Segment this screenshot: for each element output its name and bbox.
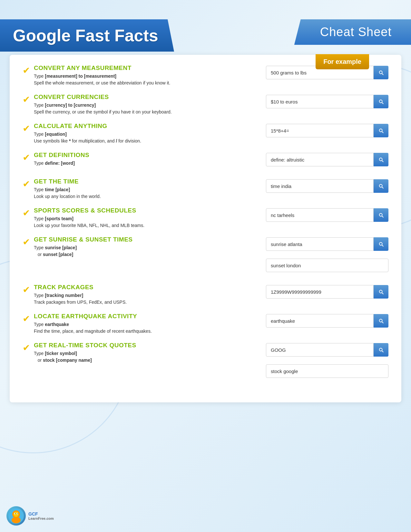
svg-point-5 (15, 513, 15, 514)
checkmark-stocks: ✔ (23, 342, 30, 353)
search-input-sunrise-sunset-0[interactable] (266, 237, 374, 251)
svg-point-2 (14, 512, 19, 517)
fact-content-sunrise-sunset: GET SUNRISE & SUNSET TIMESType sunrise [… (34, 236, 132, 258)
search-example-definitions-0 (266, 153, 388, 166)
fact-desc-earthquake: Type earthquakeFind the time, place, and… (34, 321, 152, 335)
fact-left-sports: ✔SPORTS SCORES & SCHEDULESType [sports t… (23, 207, 266, 229)
search-input-calculate-0[interactable] (266, 124, 374, 137)
search-example-stocks-1 (266, 364, 388, 378)
search-example-calculate-0 (266, 124, 388, 137)
fact-title-calculate: CALCULATE ANYTHING (34, 123, 141, 130)
fact-row-earthquake: ✔LOCATE EARTHQUAKE ACTIVITYType earthqua… (23, 313, 388, 335)
search-icon (378, 347, 384, 353)
search-input-definitions-0[interactable] (266, 153, 374, 166)
search-button-sunrise-sunset-0[interactable] (374, 237, 388, 251)
search-example-earthquake-0 (266, 314, 388, 328)
search-button-convert-currencies-0[interactable] (374, 95, 388, 108)
search-icon (378, 241, 384, 247)
fact-content-convert-measurement: CONVERT ANY MEASUREMENTType [measurement… (34, 64, 170, 86)
search-input-sports-0[interactable] (266, 208, 374, 222)
search-example-packages-0 (266, 285, 388, 299)
fact-desc-convert-currencies: Type [currency] to [currency]Spell the c… (34, 102, 172, 115)
fact-title-sports: SPORTS SCORES & SCHEDULES (34, 207, 144, 214)
search-button-definitions-0[interactable] (374, 153, 388, 166)
fact-row-sunrise-sunset: ✔GET SUNRISE & SUNSET TIMESType sunrise … (23, 236, 388, 277)
search-button-convert-measurement-0[interactable] (374, 66, 388, 79)
fact-desc-packages: Type [tracking number]Track packages fro… (34, 292, 127, 306)
cheat-sheet-label: Cheat Sheet (320, 25, 392, 39)
search-icon (378, 183, 384, 189)
checkmark-sports: ✔ (23, 208, 30, 218)
search-button-stocks-0[interactable] (374, 343, 388, 357)
gcf-logo-circle (6, 506, 26, 526)
fact-desc-time: Type time [place]Look up any location in… (34, 186, 101, 200)
title-bar: Google Fast Facts (0, 19, 187, 52)
fact-desc-stocks: Type [ticker symbol] or stock [company n… (34, 350, 136, 364)
fact-row-convert-currencies: ✔CONVERT CURRENCIESType [currency] to [c… (23, 94, 388, 115)
search-button-packages-0[interactable] (374, 285, 388, 299)
fact-content-stocks: GET REAL-TIME STOCK QUOTESType [ticker s… (34, 342, 136, 364)
search-icon (378, 318, 384, 324)
search-icon (378, 70, 384, 75)
search-icon (378, 289, 384, 295)
fact-desc-definitions: Type define: [word] (34, 160, 89, 167)
fact-left-sunrise-sunset: ✔GET SUNRISE & SUNSET TIMESType sunrise … (23, 236, 266, 258)
facts-container: ✔CONVERT ANY MEASUREMENTType [measuremen… (23, 64, 388, 382)
search-input-only-stocks-1[interactable] (266, 364, 388, 378)
search-input-time-0[interactable] (266, 179, 374, 193)
fact-examples-stocks (266, 342, 388, 382)
search-example-time-0 (266, 179, 388, 193)
search-button-calculate-0[interactable] (374, 124, 388, 137)
gcf-logo-text: GCF LearnFree.com (28, 511, 54, 520)
fact-content-earthquake: LOCATE EARTHQUAKE ACTIVITYType earthquak… (34, 313, 152, 335)
fact-left-packages: ✔TRACK PACKAGESType [tracking number]Tra… (23, 284, 266, 306)
search-input-only-sunrise-sunset-1[interactable] (266, 259, 388, 272)
checkmark-convert-measurement: ✔ (23, 65, 30, 76)
search-button-sports-0[interactable] (374, 208, 388, 222)
fact-title-packages: TRACK PACKAGES (34, 284, 127, 291)
checkmark-sunrise-sunset: ✔ (23, 237, 30, 247)
search-button-earthquake-0[interactable] (374, 314, 388, 328)
search-icon (378, 212, 384, 218)
fact-left-calculate: ✔CALCULATE ANYTHINGType [equation]Use sy… (23, 123, 266, 144)
search-icon (378, 157, 384, 163)
fact-examples-earthquake (266, 313, 388, 332)
search-button-time-0[interactable] (374, 179, 388, 193)
fact-desc-sports: Type [sports team]Look up your favorite … (34, 215, 144, 229)
search-example-sports-0 (266, 208, 388, 222)
fact-desc-calculate: Type [equation]Use symbols like * for mu… (34, 131, 141, 144)
fact-content-sports: SPORTS SCORES & SCHEDULESType [sports te… (34, 207, 144, 229)
fact-desc-sunrise-sunset: Type sunrise [place] or sunset [place] (34, 244, 132, 258)
search-input-convert-currencies-0[interactable] (266, 95, 374, 108)
search-input-packages-0[interactable] (266, 285, 374, 299)
search-icon (378, 128, 384, 133)
fact-content-convert-currencies: CONVERT CURRENCIESType [currency] to [cu… (34, 94, 172, 115)
fact-examples-sports (266, 207, 388, 226)
cheat-sheet-banner: Cheat Sheet (294, 19, 411, 45)
main-card: For example ✔CONVERT ANY MEASUREMENTType… (10, 55, 401, 402)
fact-title-convert-measurement: CONVERT ANY MEASUREMENT (34, 64, 170, 72)
checkmark-calculate: ✔ (23, 123, 30, 134)
fact-left-definitions: ✔GET DEFINITIONSType define: [word] (23, 152, 266, 167)
fact-left-convert-measurement: ✔CONVERT ANY MEASUREMENTType [measuremen… (23, 64, 266, 86)
fact-row-sports: ✔SPORTS SCORES & SCHEDULESType [sports t… (23, 207, 388, 229)
search-input-earthquake-0[interactable] (266, 314, 374, 328)
fact-title-stocks: GET REAL-TIME STOCK QUOTES (34, 342, 136, 349)
fact-desc-convert-measurement: Type [measurement] to [measurement]Spell… (34, 73, 170, 86)
fact-examples-packages (266, 284, 388, 303)
fact-title-sunrise-sunset: GET SUNRISE & SUNSET TIMES (34, 236, 132, 243)
svg-point-6 (17, 513, 18, 514)
search-example-stocks-0 (266, 343, 388, 357)
fact-row-stocks: ✔GET REAL-TIME STOCK QUOTESType [ticker … (23, 342, 388, 382)
svg-point-7 (12, 517, 21, 523)
fact-title-time: GET THE TIME (34, 178, 101, 185)
fact-row-definitions: ✔GET DEFINITIONSType define: [word] (23, 152, 388, 171)
checkmark-packages: ✔ (23, 284, 30, 295)
fact-examples-time (266, 178, 388, 197)
fact-left-convert-currencies: ✔CONVERT CURRENCIESType [currency] to [c… (23, 94, 266, 115)
checkmark-definitions: ✔ (23, 152, 30, 163)
fact-row-calculate: ✔CALCULATE ANYTHINGType [equation]Use sy… (23, 123, 388, 144)
search-input-stocks-0[interactable] (266, 343, 374, 357)
fact-row-packages: ✔TRACK PACKAGESType [tracking number]Tra… (23, 284, 388, 306)
fact-examples-sunrise-sunset (266, 236, 388, 277)
